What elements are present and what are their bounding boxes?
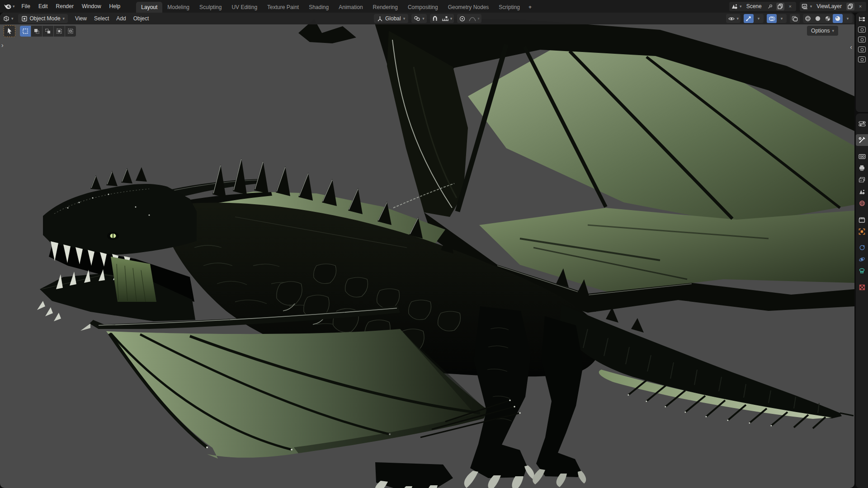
proportional-falloff-selector[interactable]: ▾ <box>467 14 481 23</box>
scene-selector[interactable]: ▾ Scene × <box>729 2 796 11</box>
select-mode-intersect[interactable] <box>65 26 76 37</box>
constraints-clamp-icon <box>859 268 865 274</box>
view-layer-images-icon <box>859 177 865 183</box>
menu-render[interactable]: Render <box>52 0 78 13</box>
menu-window[interactable]: Window <box>78 0 105 13</box>
menu-file[interactable]: File <box>18 0 34 13</box>
menu-object[interactable]: Object <box>130 15 153 22</box>
properties-panel <box>856 113 868 488</box>
outliner-editor-icon[interactable] <box>858 16 866 23</box>
properties-editor-icon[interactable] <box>856 118 868 130</box>
disable-in-renders-icon[interactable] <box>858 56 866 62</box>
tab-texture[interactable] <box>856 282 868 293</box>
menu-view[interactable]: View <box>71 15 90 22</box>
shading-mode-cluster: ▾ <box>803 14 853 23</box>
options-button[interactable]: Options ▾ <box>807 26 838 36</box>
delete-scene-button[interactable]: × <box>786 3 794 10</box>
pin-scene-icon[interactable] <box>766 3 774 10</box>
snap-target-selector[interactable]: ▾ <box>440 14 454 23</box>
shading-dropdown[interactable]: ▾ <box>843 14 853 23</box>
new-scene-button[interactable] <box>776 3 784 10</box>
shading-rendered-button[interactable] <box>833 14 843 23</box>
tab-collection[interactable] <box>856 214 868 225</box>
tab-rendering[interactable]: Rendering <box>368 2 403 13</box>
dragon-model[interactable] <box>0 13 854 488</box>
viewport-editor-icon <box>3 15 10 22</box>
menu-edit[interactable]: Edit <box>34 0 52 13</box>
gizmos-toggle[interactable] <box>744 14 754 23</box>
sidebar-expand-arrow[interactable]: ‹ <box>850 43 852 51</box>
tab-scene[interactable] <box>856 186 868 197</box>
select-mode-subtract[interactable] <box>42 26 53 37</box>
scene-name: Scene <box>744 3 764 9</box>
tab-animation[interactable]: Animation <box>334 2 368 13</box>
chevron-down-icon: ▾ <box>13 5 15 9</box>
select-mode-extend[interactable] <box>31 26 42 37</box>
tab-output[interactable] <box>856 162 868 174</box>
blender-menu-button[interactable]: ▾ <box>0 3 18 10</box>
tab-sculpting[interactable]: Sculpting <box>194 2 226 13</box>
xray-toggle[interactable] <box>790 14 800 23</box>
active-tool-button[interactable] <box>4 25 15 37</box>
chevron-down-icon: ▾ <box>810 5 812 9</box>
new-view-layer-button[interactable] <box>846 3 854 10</box>
tab-shading[interactable]: Shading <box>304 2 334 13</box>
mode-selector[interactable]: Object Mode ▾ <box>18 14 68 23</box>
object-properties-icon <box>859 228 865 235</box>
select-mode-invert[interactable] <box>54 26 65 37</box>
tab-tool[interactable] <box>856 134 868 146</box>
chevron-down-icon: ▾ <box>63 17 65 21</box>
overlays-dropdown[interactable]: ▾ <box>777 14 787 23</box>
view-layer-selector[interactable]: ▾ ViewLayer × <box>800 2 866 11</box>
scene-icon <box>731 4 738 9</box>
menu-select[interactable]: Select <box>90 15 113 22</box>
tab-uv-editing[interactable]: UV Editing <box>226 2 262 13</box>
snap-toggle[interactable] <box>430 14 440 23</box>
disable-in-renders-icon[interactable] <box>858 37 866 42</box>
disable-in-renders-icon[interactable] <box>858 27 866 33</box>
chevron-down-icon: ▾ <box>832 29 834 33</box>
proportional-edit-toggle[interactable] <box>457 14 467 23</box>
world-icon <box>859 200 865 206</box>
viewport-header: ▾ Object Mode ▾ View Select Add Object G… <box>0 13 854 24</box>
tab-geometry-nodes[interactable]: Geometry Nodes <box>443 2 494 13</box>
editor-type-button[interactable]: ▾ <box>0 15 16 22</box>
wireframe-sphere-icon <box>805 15 811 22</box>
tab-world[interactable] <box>856 197 868 209</box>
tab-object[interactable] <box>856 225 868 237</box>
disable-in-renders-icon[interactable] <box>858 47 866 52</box>
orientation-axes-icon <box>377 16 383 22</box>
tab-render[interactable] <box>856 150 868 162</box>
collection-box-icon <box>859 217 865 223</box>
chevron-down-icon: ▾ <box>847 17 849 21</box>
tab-view-layer[interactable] <box>856 174 868 186</box>
tab-scripting[interactable]: Scripting <box>494 2 525 13</box>
snapping-cluster: ▾ <box>430 14 454 23</box>
show-object-types-selector[interactable]: ▾ <box>726 14 741 23</box>
tab-texture-paint[interactable]: Texture Paint <box>262 2 304 13</box>
rendered-sphere-icon <box>835 15 841 22</box>
tab-modeling[interactable]: Modeling <box>162 2 194 13</box>
gizmos-dropdown[interactable]: ▾ <box>754 14 764 23</box>
dragon-head <box>37 167 197 321</box>
tab-constraints[interactable] <box>856 265 868 277</box>
menu-help[interactable]: Help <box>105 0 125 13</box>
tab-layout[interactable]: Layout <box>136 2 162 13</box>
render-camera-icon <box>859 154 866 160</box>
tab-physics[interactable] <box>856 253 868 265</box>
overlays-toggle[interactable] <box>767 14 777 23</box>
tab-particles[interactable] <box>856 242 868 253</box>
add-workspace-button[interactable]: + <box>525 2 535 13</box>
tab-compositing[interactable]: Compositing <box>403 2 443 13</box>
select-mode-set[interactable] <box>20 26 31 37</box>
viewport-3d[interactable]: ▾ Object Mode ▾ View Select Add Object G… <box>0 13 854 488</box>
shading-solid-button[interactable] <box>813 14 823 23</box>
shading-wireframe-button[interactable] <box>803 14 813 23</box>
menu-add[interactable]: Add <box>113 15 129 22</box>
toolbar-expand-arrow[interactable]: › <box>1 42 4 49</box>
transform-orientation-selector[interactable]: Global ▾ <box>374 14 408 23</box>
delete-view-layer-button[interactable]: × <box>856 3 864 10</box>
gizmos-cluster: ▾ <box>744 14 764 23</box>
pivot-point-selector[interactable]: ▾ <box>411 14 427 23</box>
shading-material-button[interactable] <box>823 14 833 23</box>
